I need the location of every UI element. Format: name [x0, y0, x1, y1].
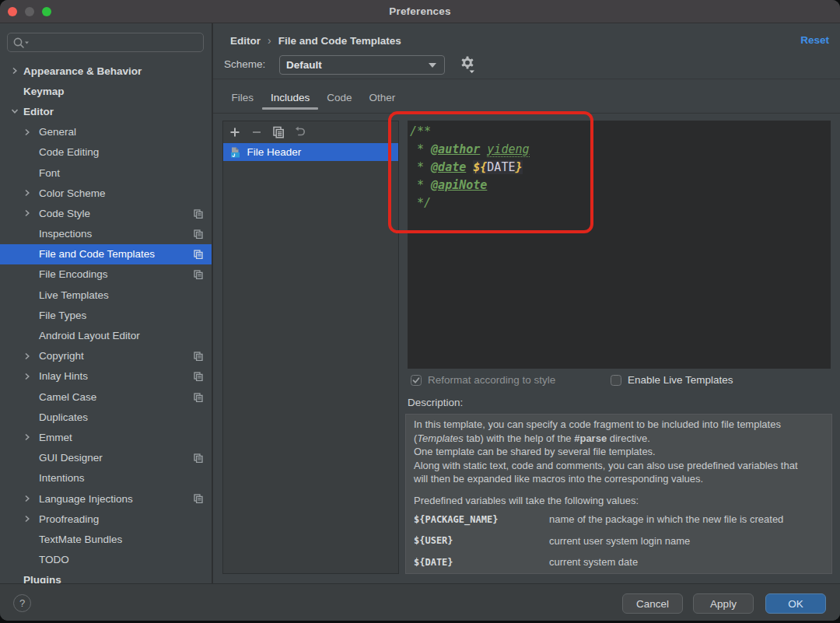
- copy-scheme-icon: [194, 494, 203, 506]
- sidebar-item-file-encodings[interactable]: File Encodings: [0, 264, 212, 285]
- help-button[interactable]: ?: [13, 594, 31, 612]
- ok-button[interactable]: OK: [765, 593, 826, 614]
- sidebar-item-camel-case[interactable]: Camel Case: [0, 387, 212, 407]
- sidebar-item-proofreading[interactable]: Proofreading: [0, 509, 212, 529]
- sidebar-item-label: Keymap: [23, 86, 65, 97]
- chevron-right-icon[interactable]: [23, 208, 32, 218]
- copy-scheme-icon: [194, 270, 203, 282]
- settings-sidebar: Appearance & BehaviorKeymapEditorGeneral…: [0, 23, 212, 583]
- copy-scheme-icon: [194, 372, 203, 383]
- sidebar-item-font[interactable]: Font: [0, 163, 212, 183]
- sidebar-item-label: Copyright: [39, 350, 84, 362]
- sidebar-item-textmate-bundles[interactable]: TextMate Bundles: [0, 529, 212, 549]
- cancel-button[interactable]: Cancel: [622, 593, 683, 614]
- tab-files[interactable]: Files: [223, 86, 263, 110]
- chevron-right-icon[interactable]: [23, 514, 32, 523]
- template-item-file-header[interactable]: File Header: [223, 143, 398, 161]
- template-editor[interactable]: /** * @author yideng * @date ${DATE} * @…: [408, 121, 831, 369]
- sidebar-item-general[interactable]: General: [0, 122, 212, 142]
- chevron-right-icon[interactable]: [23, 432, 32, 442]
- sidebar-item-file-and-code-templates[interactable]: File and Code Templates: [0, 244, 212, 264]
- sidebar-item-label: TODO: [39, 554, 69, 565]
- sidebar-item-language-injections[interactable]: Language Injections: [0, 488, 212, 509]
- sidebar-item-label: Camel Case: [39, 391, 96, 403]
- scheme-dropdown-arrow-icon: [429, 63, 436, 68]
- tab-other[interactable]: Other: [361, 86, 404, 110]
- code-line: /**: [408, 123, 831, 141]
- breadcrumb-editor[interactable]: Editor: [230, 35, 261, 47]
- sidebar-item-color-scheme[interactable]: Color Scheme: [0, 183, 212, 203]
- close-button[interactable]: [8, 7, 17, 16]
- sidebar-item-plugins[interactable]: Plugins: [0, 570, 212, 583]
- search-input[interactable]: [7, 33, 204, 52]
- sidebar-item-label: Intentions: [39, 472, 85, 484]
- breadcrumb-current: File and Code Templates: [278, 35, 401, 47]
- add-template-button[interactable]: [224, 124, 246, 141]
- variable-name: ${PACKAGE_NAME}: [414, 514, 549, 525]
- sidebar-item-label: Editor: [23, 106, 54, 117]
- tab-code[interactable]: Code: [318, 86, 360, 110]
- variable-description: name of the package in which the new fil…: [549, 513, 783, 525]
- variable-description: current system date: [549, 556, 638, 568]
- live-templates-option: Enable Live Templates: [611, 374, 733, 386]
- sidebar-item-code-style[interactable]: Code Style: [0, 203, 212, 223]
- check-icon: [414, 378, 419, 383]
- revert-template-button[interactable]: [289, 124, 311, 141]
- chevron-right-icon[interactable]: [23, 494, 32, 503]
- preferences-window: Preferences Appearance & BehaviorKeymapE…: [0, 0, 840, 621]
- sidebar-item-appearance-behavior[interactable]: Appearance & Behavior: [0, 61, 212, 81]
- code-line: */: [408, 194, 831, 212]
- copy-scheme-icon: [194, 250, 203, 261]
- variable-name: ${USER}: [414, 535, 549, 546]
- title-bar: Preferences: [0, 0, 840, 23]
- scheme-actions-button[interactable]: [457, 55, 478, 75]
- chevron-right-icon[interactable]: [23, 188, 32, 198]
- chevron-down-icon[interactable]: [10, 107, 19, 116]
- description-panel: In this template, you can specify a code…: [405, 414, 832, 574]
- sidebar-item-inlay-hints[interactable]: Inlay Hints: [0, 366, 212, 387]
- description-line: will then be expanded like macros into t…: [414, 472, 831, 486]
- sidebar-item-code-editing[interactable]: Code Editing: [0, 142, 212, 163]
- variable-row: ${USER}current user system login name: [414, 530, 831, 552]
- sidebar-item-gui-designer[interactable]: GUI Designer: [0, 448, 212, 468]
- sidebar-item-label: Appearance & Behavior: [23, 65, 142, 77]
- sidebar-item-label: Duplicates: [39, 411, 88, 423]
- reformat-checkbox[interactable]: [411, 375, 422, 386]
- variable-row: ${PACKAGE_NAME}name of the package in wh…: [414, 509, 831, 530]
- scheme-value: Default: [286, 56, 322, 74]
- sidebar-item-intentions[interactable]: Intentions: [0, 468, 212, 488]
- sidebar-item-android-layout-editor[interactable]: Android Layout Editor: [0, 325, 212, 345]
- chevron-right-icon[interactable]: [23, 372, 32, 381]
- breadcrumb: Editor › File and Code Templates: [230, 30, 401, 51]
- sidebar-item-file-types[interactable]: File Types: [0, 305, 212, 325]
- sidebar-item-emmet[interactable]: Emmet: [0, 427, 212, 447]
- tabs-separator: [213, 113, 840, 114]
- sidebar-item-editor[interactable]: Editor: [0, 101, 212, 121]
- dialog-footer: ? Cancel Apply OK: [0, 583, 840, 621]
- tab-includes[interactable]: Includes: [262, 86, 318, 110]
- template-options: Reformat according to style Enable Live …: [411, 374, 840, 385]
- sidebar-item-live-templates[interactable]: Live Templates: [0, 285, 212, 305]
- apply-button[interactable]: Apply: [693, 593, 754, 614]
- reset-link[interactable]: Reset: [800, 30, 829, 51]
- chevron-right-icon[interactable]: [23, 352, 32, 361]
- sidebar-item-inspections[interactable]: Inspections: [0, 224, 212, 244]
- scheme-dropdown[interactable]: Default: [279, 55, 445, 75]
- sidebar-item-label: Font: [39, 167, 60, 179]
- sidebar-item-todo[interactable]: TODO: [0, 550, 212, 570]
- remove-template-button[interactable]: [246, 124, 268, 141]
- zoom-button[interactable]: [42, 7, 51, 16]
- settings-tree: Appearance & BehaviorKeymapEditorGeneral…: [0, 61, 212, 583]
- sidebar-item-copyright[interactable]: Copyright: [0, 346, 212, 366]
- chevron-right-icon[interactable]: [23, 128, 32, 137]
- breadcrumb-separator-icon: ›: [268, 34, 271, 47]
- chevron-right-icon[interactable]: [10, 66, 19, 75]
- sidebar-item-label: Code Editing: [39, 146, 99, 158]
- sidebar-item-label: Inspections: [39, 228, 92, 240]
- sidebar-item-keymap[interactable]: Keymap: [0, 81, 212, 101]
- live-templates-checkbox[interactable]: [611, 375, 621, 386]
- sidebar-item-label: GUI Designer: [39, 452, 103, 464]
- copy-template-button[interactable]: [268, 124, 289, 141]
- sidebar-item-duplicates[interactable]: Duplicates: [0, 407, 212, 427]
- window-title: Preferences: [0, 0, 840, 23]
